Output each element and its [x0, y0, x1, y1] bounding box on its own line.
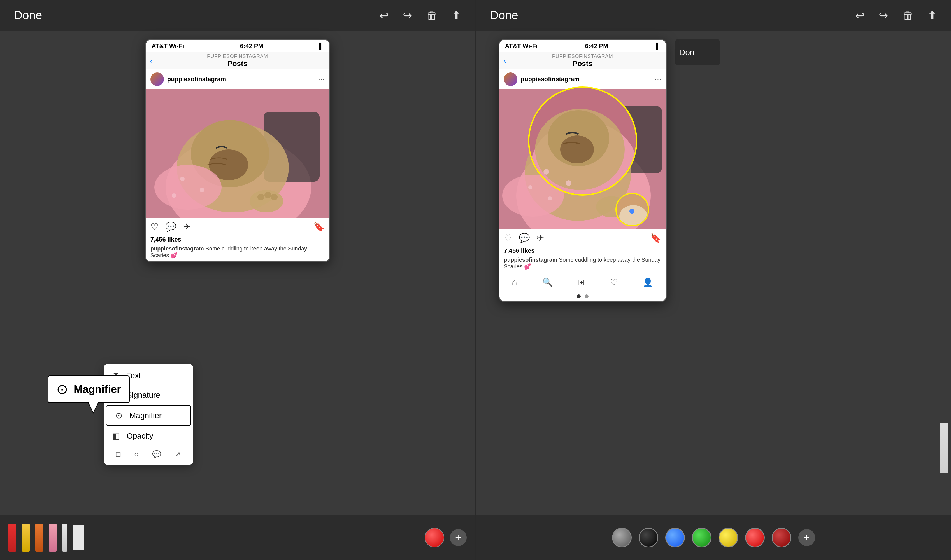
left-phone-area: AT&T Wi-Fi 6:42 PM ▌ ‹ PUPPIESOFINSTAGRA… [0, 31, 475, 515]
left-caption-username: puppiesofinstagram [150, 245, 204, 252]
right-nav-title: Posts [552, 59, 613, 68]
right-share-icon[interactable]: ⬆ [928, 9, 937, 22]
left-post-header: puppiesofinstagram ··· [146, 69, 329, 89]
svg-point-12 [264, 192, 271, 198]
done-button[interactable]: Done [14, 9, 42, 22]
left-status-right: ▌ [319, 43, 324, 50]
right-phone-status-bar: AT&T Wi-Fi 6:42 PM ▌ [499, 40, 666, 52]
right-nav-title-area: PUPPIESOFINSTAGRAM Posts [552, 54, 613, 68]
right-post-username: puppiesofinstagram [521, 75, 651, 83]
square-shape-icon[interactable]: □ [116, 450, 120, 459]
right-heart-icon[interactable]: ♡ [504, 232, 512, 243]
left-share-icon[interactable]: ✈ [183, 222, 191, 232]
share-icon[interactable]: ⬆ [452, 9, 461, 22]
right-undo-icon[interactable]: ↩ [855, 9, 865, 22]
right-add-color-button[interactable]: + [798, 529, 815, 546]
swatch-black[interactable] [639, 528, 658, 548]
right-toolbar-icons: ↩ ↪ 🗑 ⬆ [855, 9, 937, 22]
marker-white-pen[interactable] [62, 524, 67, 552]
right-page-dots [499, 292, 666, 301]
magnifier-handle-bottom[interactable] [630, 209, 635, 214]
right-bookmark-icon[interactable]: 🔖 [650, 232, 661, 243]
left-bookmark-icon[interactable]: 🔖 [313, 222, 325, 232]
trash-icon[interactable]: 🗑 [426, 9, 438, 22]
right-post-caption: puppiesofinstagram Some cuddling to keep… [499, 256, 666, 272]
svg-point-9 [172, 193, 176, 198]
right-caption-username: puppiesofinstagram [504, 257, 557, 263]
right-bottom-toolbar: + [476, 515, 951, 560]
ruler-tool[interactable] [73, 525, 84, 550]
left-top-bar-left: Done [14, 9, 42, 22]
right-status-left: AT&T Wi-Fi [505, 43, 538, 50]
left-likes-count: 7,456 likes [146, 235, 329, 245]
svg-point-8 [200, 188, 204, 192]
left-phone-back[interactable]: ‹ [150, 56, 153, 66]
left-heart-icon[interactable]: ♡ [150, 222, 159, 232]
swatch-blue[interactable] [665, 528, 685, 548]
right-pencil-edge[interactable] [940, 423, 948, 473]
swatch-red[interactable] [745, 528, 765, 548]
right-phone-back[interactable]: ‹ [504, 56, 506, 66]
right-avatar [504, 72, 517, 86]
magnifier-tooltip: ⊙ Magnifier [48, 375, 130, 403]
right-post-more[interactable]: ··· [655, 75, 661, 84]
circle-shape-icon[interactable]: ○ [134, 450, 139, 459]
page-dot-2 [585, 294, 588, 298]
menu-item-magnifier[interactable]: ⊙ Magnifier [106, 405, 191, 426]
right-status-right: ▌ [656, 43, 660, 50]
right-nav-subtitle: PUPPIESOFINSTAGRAM [552, 54, 613, 59]
right-instagram-nav: ⌂ 🔍 ⊞ ♡ 👤 [499, 272, 666, 292]
left-toolbar-icons: ↩ ↪ 🗑 ⬆ [379, 9, 461, 22]
left-avatar [150, 72, 164, 86]
right-insta-profile[interactable]: 👤 [642, 277, 653, 287]
tooltip-arrow-inner [88, 402, 98, 412]
magnifier-circle-large[interactable] [528, 86, 637, 195]
left-comment-icon[interactable]: 💬 [165, 222, 176, 232]
left-nav-title-area: PUPPIESOFINSTAGRAM Posts [207, 54, 268, 68]
right-insta-search[interactable]: 🔍 [542, 277, 553, 287]
right-comment-icon[interactable]: 💬 [519, 232, 530, 243]
swatch-green[interactable] [692, 528, 712, 548]
left-time: 6:42 PM [240, 43, 263, 50]
svg-point-30 [566, 180, 571, 186]
svg-point-29 [543, 169, 549, 175]
right-battery-icon: ▌ [656, 43, 660, 50]
speech-shape-icon[interactable]: 💬 [152, 450, 161, 459]
left-top-bar: Done ↩ ↪ 🗑 ⬆ [0, 0, 475, 31]
right-insta-home[interactable]: ⌂ [512, 278, 517, 287]
swatch-gray[interactable] [612, 528, 631, 548]
right-time: 6:42 PM [585, 43, 608, 50]
marker-orange[interactable] [35, 524, 43, 552]
undo-icon[interactable]: ↩ [379, 9, 389, 22]
left-nav-subtitle: PUPPIESOFINSTAGRAM [207, 54, 268, 59]
swatch-darkred[interactable] [772, 528, 791, 548]
left-post-more[interactable]: ··· [318, 75, 324, 84]
magnifier-tooltip-text: Magnifier [74, 383, 121, 395]
right-phone-nav: ‹ PUPPIESOFINSTAGRAM Posts [499, 52, 666, 69]
page-dot-1 [577, 294, 581, 298]
right-insta-heart[interactable]: ♡ [610, 277, 618, 287]
right-insta-add[interactable]: ⊞ [578, 277, 585, 287]
swatch-yellow[interactable] [718, 528, 738, 548]
right-redo-icon[interactable]: ↪ [879, 9, 888, 22]
svg-point-13 [271, 194, 278, 200]
left-battery-icon: ▌ [319, 43, 324, 50]
arrow-shape-icon[interactable]: ↗ [175, 450, 181, 459]
menu-item-opacity[interactable]: ◧ Opacity [103, 426, 193, 446]
svg-point-22 [548, 197, 552, 200]
svg-point-21 [528, 185, 532, 189]
redo-icon[interactable]: ↪ [403, 9, 412, 22]
partial-phone-right: Don [675, 39, 720, 66]
right-share-icon[interactable]: ✈ [537, 232, 544, 243]
marker-red[interactable] [8, 524, 16, 552]
right-likes-count: 7,456 likes [499, 246, 666, 256]
left-phone-status-bar: AT&T Wi-Fi 6:42 PM ▌ [146, 40, 329, 52]
color-dot-red[interactable] [425, 528, 444, 548]
svg-point-7 [180, 177, 185, 181]
left-phone-nav: ‹ PUPPIESOFINSTAGRAM Posts [146, 52, 329, 69]
add-tool-button[interactable]: + [450, 529, 467, 546]
right-trash-icon[interactable]: 🗑 [902, 9, 914, 22]
marker-pink[interactable] [49, 524, 57, 552]
marker-yellow[interactable] [22, 524, 30, 552]
right-done-button[interactable]: Done [490, 9, 518, 22]
